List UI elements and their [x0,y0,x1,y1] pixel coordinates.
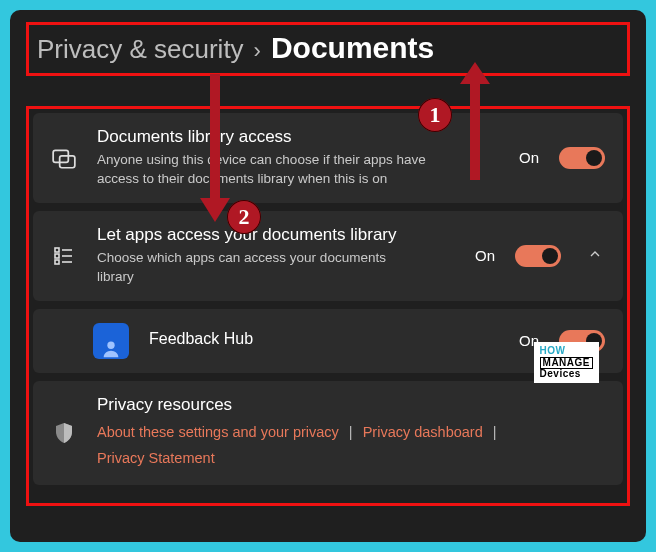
link-about-settings-privacy[interactable]: About these settings and your privacy [97,424,339,440]
svg-marker-12 [200,198,230,222]
card-subtitle: Choose which apps can access your docume… [97,249,397,287]
chevron-up-icon[interactable] [587,246,605,266]
content-area: Documents library access Anyone using th… [26,106,630,506]
feedback-hub-app-icon [93,323,129,359]
app-name: Feedback Hub [149,330,503,348]
library-access-toggle[interactable] [559,147,605,169]
watermark-logo: HOW MANAGE Devices [534,342,599,383]
svg-rect-6 [55,260,59,264]
let-apps-access-card[interactable]: Let apps access your documents library C… [33,211,623,301]
svg-marker-10 [460,62,490,84]
breadcrumb-separator-icon: › [254,38,261,64]
annotation-arrow-down-icon [198,72,232,222]
toggle-state-label: On [475,247,495,264]
shield-icon [47,420,81,446]
card-title: Privacy resources [97,395,605,415]
svg-rect-2 [55,248,59,252]
link-separator: | [493,424,497,440]
breadcrumb-current: Documents [271,31,434,65]
link-privacy-statement[interactable]: Privacy Statement [97,450,215,466]
privacy-resources-card: Privacy resources About these settings a… [33,381,623,485]
link-separator: | [349,424,353,440]
list-toggle-icon [47,244,81,268]
svg-point-8 [107,341,114,348]
card-subtitle: Anyone using this device can choose if t… [97,151,457,189]
breadcrumb: Privacy & security › Documents [26,22,630,76]
toggle-state-label: On [519,149,539,166]
link-privacy-dashboard[interactable]: Privacy dashboard [363,424,483,440]
breadcrumb-parent[interactable]: Privacy & security [37,34,244,65]
documents-library-access-card: Documents library access Anyone using th… [33,113,623,203]
apps-access-toggle[interactable] [515,245,561,267]
folder-library-icon [47,145,81,171]
svg-rect-4 [55,254,59,258]
annotation-marker-2: 2 [227,200,261,234]
card-title: Let apps access your documents library [97,225,459,245]
annotation-marker-1: 1 [418,98,452,132]
settings-panel: Privacy & security › Documents Documents… [10,10,646,542]
annotation-arrow-up-icon [458,62,492,182]
